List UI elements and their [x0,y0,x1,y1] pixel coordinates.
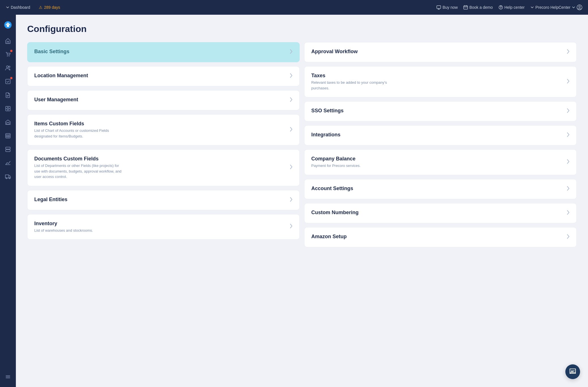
sidebar-item-docs[interactable] [2,89,14,101]
chevron-right-icon [567,159,570,165]
card-content-user-management: User Management [34,97,286,104]
sidebar-item-orders[interactable] [2,49,14,60]
sidebar-item-tasks[interactable] [2,76,14,87]
config-card-approval-workflow[interactable]: Approval Workflow [304,42,577,62]
config-card-user-management[interactable]: User Management [27,90,300,110]
card-content-documents-custom-fields: Documents Custom FieldsList of Departmen… [34,156,286,180]
vault-icon [5,106,11,112]
svg-point-8 [9,56,10,57]
left-column: Basic SettingsLocation ManagementUser Ma… [27,42,300,240]
config-card-taxes[interactable]: TaxesRelevant taxes to be added to your … [304,66,577,97]
sidebar-item-chart[interactable] [2,157,14,169]
layers-icon [5,146,11,152]
warehouse-icon [5,119,11,125]
card-title-approval-workflow: Approval Workflow [311,49,563,55]
config-card-location-management[interactable]: Location Management [27,66,300,86]
card-title-custom-numbering: Custom Numbering [311,210,563,216]
card-title-documents-custom-fields: Documents Custom Fields [34,156,286,162]
config-card-items-custom-fields[interactable]: Items Custom FieldsList of Chart of Acco… [27,114,300,145]
card-content-sso-settings: SSO Settings [311,108,563,115]
sidebar-item-users[interactable] [2,62,14,74]
config-card-documents-custom-fields[interactable]: Documents Custom FieldsList of Departmen… [27,149,300,186]
card-title-basic-settings: Basic Settings [34,49,286,55]
sidebar-item-table[interactable] [2,130,14,141]
monitor-icon [436,5,441,10]
card-title-amazon-setup: Amazon Setup [311,234,563,240]
dashboard-link[interactable]: Dashboard [6,5,30,10]
orders-badge [10,50,12,52]
table-icon [5,133,11,139]
chevron-down-icon-company [572,5,576,9]
config-card-basic-settings[interactable]: Basic Settings [27,42,300,62]
top-navigation: Dashboard ⚠ 289 days Buy now Book a demo [0,0,588,15]
app-logo [4,21,12,29]
card-content-items-custom-fields: Items Custom FieldsList of Chart of Acco… [34,121,286,139]
card-content-company-balance: Company BalancePayment for Precoro servi… [311,156,563,169]
card-title-account-settings: Account Settings [311,186,563,192]
config-card-custom-numbering[interactable]: Custom Numbering [304,203,577,223]
book-demo-label: Book a demo [469,5,493,10]
config-card-inventory[interactable]: InventoryList of warehouses and stockroo… [27,214,300,240]
warning-icon: ⚠ [39,5,42,10]
card-content-integrations: Integrations [311,132,563,139]
card-content-account-settings: Account Settings [311,186,563,193]
home-icon [5,38,11,44]
chevron-right-icon [567,234,570,240]
svg-point-9 [7,66,8,68]
chevron-down-icon [6,5,10,9]
chevron-right-icon [290,197,293,203]
config-card-account-settings[interactable]: Account Settings [304,179,577,199]
buy-now-link[interactable]: Buy now [436,5,458,10]
config-card-legal-entities[interactable]: Legal Entities [27,190,300,210]
tasks-icon [5,78,11,85]
sidebar-item-truck[interactable] [2,171,14,182]
sidebar-item-home[interactable] [2,35,14,46]
svg-point-3 [500,8,501,8]
help-center-link[interactable]: Help center [498,5,525,10]
card-desc-items-custom-fields: List of Chart of Accounts or customized … [34,128,125,139]
chevron-right-icon [290,223,293,230]
svg-point-19 [6,178,7,179]
card-content-legal-entities: Legal Entities [34,197,286,204]
user-menu[interactable]: Precoro HelpCenter [530,5,582,10]
chevron-right-icon [290,127,293,133]
main-content: Configuration Basic SettingsLocation Man… [16,15,588,387]
book-demo-link[interactable]: Book a demo [463,5,493,10]
topnav-actions: Buy now Book a demo Help center Precoro … [436,5,582,10]
sidebar-item-warehouse[interactable] [2,117,14,128]
truck-icon [5,173,11,180]
orders-icon [5,51,11,57]
chat-icon [569,368,576,375]
card-desc-company-balance: Payment for Precoro services. [311,163,402,169]
chat-button[interactable] [565,364,580,379]
user-avatar-icon [577,5,582,10]
svg-rect-0 [437,6,441,8]
warning-banner[interactable]: ⚠ 289 days [39,5,60,10]
card-content-basic-settings: Basic Settings [34,49,286,56]
config-card-company-balance[interactable]: Company BalancePayment for Precoro servi… [304,149,577,175]
svg-point-5 [579,6,580,8]
chevron-right-icon [567,210,570,216]
sidebar-item-layers[interactable] [2,144,14,155]
config-card-amazon-setup[interactable]: Amazon Setup [304,227,577,247]
main-layout: Configuration Basic SettingsLocation Man… [0,15,588,387]
card-content-taxes: TaxesRelevant taxes to be added to your … [311,73,563,91]
card-content-amazon-setup: Amazon Setup [311,234,563,241]
card-desc-taxes: Relevant taxes to be added to your compa… [311,80,402,91]
card-content-location-management: Location Management [34,73,286,80]
card-content-inventory: InventoryList of warehouses and stockroo… [34,221,286,233]
chevron-right-icon [567,108,570,115]
card-title-company-balance: Company Balance [311,156,563,162]
sidebar-logo[interactable] [2,19,14,31]
sidebar-item-vault[interactable] [2,103,14,114]
sidebar [0,15,16,387]
svg-rect-16 [6,134,10,138]
card-title-integrations: Integrations [311,132,563,138]
card-desc-inventory: List of warehouses and stockrooms. [34,228,125,233]
config-card-integrations[interactable]: Integrations [304,125,577,145]
card-content-approval-workflow: Approval Workflow [311,49,563,56]
menu-icon [5,374,11,380]
chevron-right-icon [290,97,293,104]
sidebar-item-menu[interactable] [2,371,14,382]
config-card-sso-settings[interactable]: SSO Settings [304,101,577,121]
